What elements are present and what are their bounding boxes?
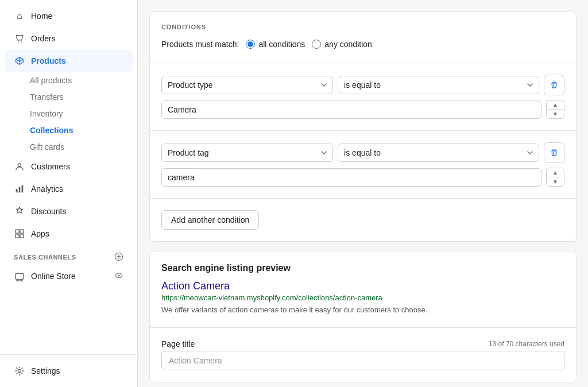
- condition-1-field-row: Product type Product tag Product title P…: [161, 75, 564, 95]
- page-title-label: Page title: [161, 339, 195, 349]
- sidebar-item-home[interactable]: Home: [5, 5, 133, 27]
- svg-rect-7: [20, 230, 24, 233]
- condition-1-stepper: ▲ ▼: [546, 100, 564, 119]
- sidebar-sub-inventory[interactable]: Inventory: [5, 106, 133, 122]
- customers-icon: [14, 161, 25, 172]
- sidebar-sub-all-products[interactable]: All products: [5, 72, 133, 88]
- match-all-option[interactable]: all conditions: [246, 40, 305, 49]
- sidebar-item-discounts[interactable]: Discounts: [5, 200, 133, 222]
- seo-title-link[interactable]: Action Camera: [161, 280, 564, 292]
- condition-block-2: Product tag Product type Product title P…: [150, 131, 576, 199]
- svg-rect-5: [22, 185, 24, 193]
- sidebar-sub-transfers[interactable]: Transfers: [5, 89, 133, 105]
- svg-point-2: [18, 164, 21, 167]
- sidebar-sub-gift-cards[interactable]: Gift cards: [5, 139, 133, 155]
- sidebar-item-customers[interactable]: Customers: [5, 156, 133, 177]
- condition-2-value-row: ▲ ▼: [161, 168, 564, 187]
- seo-preview-card: Search engine listing preview Action Cam…: [149, 251, 577, 382]
- sidebar-item-orders[interactable]: Orders: [5, 28, 133, 49]
- conditions-card: CONDITIONS Products must match: all cond…: [149, 11, 577, 242]
- page-title-label-row: Page title 13 of 70 characters used: [161, 339, 564, 349]
- svg-point-14: [18, 369, 21, 372]
- condition-2-value-input[interactable]: [161, 168, 541, 187]
- svg-rect-8: [16, 234, 19, 238]
- seo-section-title: Search engine listing preview: [161, 263, 564, 273]
- match-any-label: any condition: [324, 40, 372, 49]
- svg-rect-11: [16, 274, 24, 280]
- sidebar: Home Orders Products All products Transf…: [0, 0, 138, 387]
- condition-2-stepper-up[interactable]: ▲: [547, 168, 564, 177]
- conditions-header: CONDITIONS: [161, 24, 564, 30]
- home-icon: [14, 10, 25, 22]
- svg-point-13: [118, 274, 119, 276]
- sidebar-item-products-label: Products: [31, 56, 66, 65]
- sidebar-item-discounts-label: Discounts: [31, 207, 66, 216]
- svg-point-1: [21, 41, 22, 42]
- main-content: CONDITIONS Products must match: all cond…: [138, 0, 588, 387]
- add-condition-button[interactable]: Add another condition: [161, 210, 259, 230]
- page-title-section: Page title 13 of 70 characters used: [150, 328, 576, 382]
- conditions-section: CONDITIONS Products must match: all cond…: [150, 12, 576, 63]
- condition-1-field-select[interactable]: Product type Product tag Product title P…: [161, 76, 333, 94]
- sidebar-item-settings[interactable]: Settings: [5, 360, 133, 382]
- match-any-radio[interactable]: [312, 40, 321, 49]
- sidebar-item-customers-label: Customers: [31, 162, 70, 171]
- svg-rect-6: [16, 230, 19, 233]
- sidebar-item-analytics-label: Analytics: [31, 184, 63, 194]
- page-title-input[interactable]: [161, 351, 564, 370]
- seo-description: We offer variants of action cameras to m…: [161, 304, 564, 316]
- svg-rect-4: [19, 187, 21, 192]
- add-sales-channel-icon[interactable]: [114, 252, 123, 262]
- sidebar-item-orders-label: Orders: [31, 34, 56, 43]
- sidebar-sub-collections[interactable]: Collections: [5, 122, 133, 138]
- page-title-char-count: 13 of 70 characters used: [489, 340, 564, 348]
- sidebar-item-home-label: Home: [31, 11, 52, 21]
- online-store-icon: [14, 270, 25, 282]
- condition-2-stepper: ▲ ▼: [546, 168, 564, 187]
- orders-icon: [14, 33, 25, 44]
- sidebar-item-apps[interactable]: Apps: [5, 223, 133, 245]
- sidebar-item-settings-label: Settings: [31, 366, 60, 376]
- sidebar-bottom: Settings: [0, 354, 137, 387]
- condition-2-field-row: Product tag Product type Product title P…: [161, 142, 564, 163]
- match-label: Products must match:: [161, 40, 239, 49]
- condition-1-delete-button[interactable]: [544, 75, 564, 95]
- condition-1-operator-select[interactable]: is equal to is not equal to contains doe…: [338, 76, 539, 94]
- condition-1-stepper-up[interactable]: ▲: [547, 100, 564, 109]
- condition-2-field-select[interactable]: Product tag Product type Product title P…: [161, 144, 333, 162]
- add-condition-section: Add another condition: [150, 199, 576, 241]
- condition-2-delete-button[interactable]: [544, 142, 564, 163]
- condition-1-stepper-down[interactable]: ▼: [547, 110, 564, 118]
- sidebar-item-products[interactable]: Products: [5, 50, 133, 72]
- condition-2-operator-select[interactable]: is equal to is not equal to contains doe…: [338, 144, 539, 162]
- seo-url: https://meowcart-vietnam.myshopify.com/c…: [161, 293, 564, 302]
- match-row: Products must match: all conditions any …: [161, 40, 564, 49]
- svg-rect-3: [16, 189, 18, 192]
- match-any-option[interactable]: any condition: [312, 40, 372, 49]
- svg-rect-9: [20, 234, 24, 238]
- analytics-icon: [14, 183, 25, 195]
- products-icon: [14, 55, 25, 67]
- sidebar-item-apps-label: Apps: [31, 229, 49, 238]
- settings-icon: [14, 365, 25, 377]
- condition-block-1: Product type Product tag Product title P…: [150, 63, 576, 131]
- condition-2-stepper-down[interactable]: ▼: [547, 177, 564, 186]
- match-all-radio[interactable]: [246, 40, 255, 49]
- discounts-icon: [14, 206, 25, 217]
- condition-1-value-row: ▲ ▼: [161, 100, 564, 119]
- sidebar-item-analytics[interactable]: Analytics: [5, 178, 133, 200]
- condition-1-value-input[interactable]: [161, 100, 541, 119]
- apps-icon: [14, 228, 25, 239]
- sales-channels-section: SALES CHANNELS: [0, 245, 137, 265]
- svg-point-0: [18, 41, 19, 42]
- online-store-eye-icon[interactable]: [114, 271, 123, 282]
- match-all-label: all conditions: [258, 40, 305, 49]
- online-store-label: Online Store: [31, 272, 76, 281]
- sidebar-item-online-store[interactable]: Online Store: [5, 265, 133, 287]
- seo-preview-section: Search engine listing preview Action Cam…: [150, 251, 576, 328]
